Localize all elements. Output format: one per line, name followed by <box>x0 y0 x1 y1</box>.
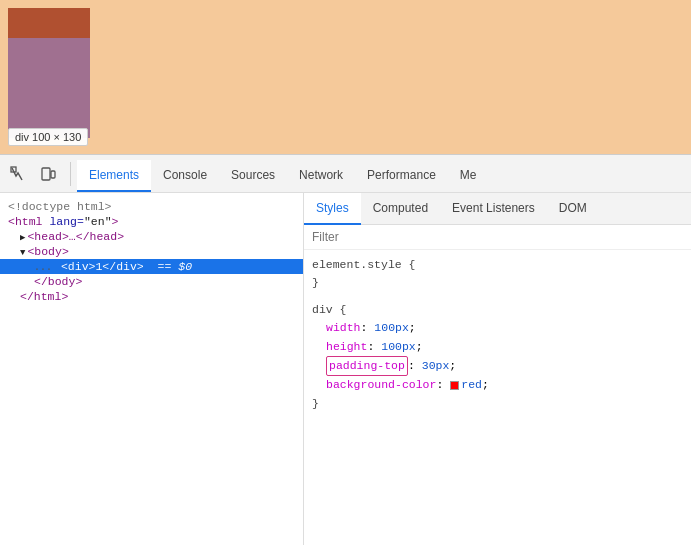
inspect-icon[interactable] <box>4 160 32 188</box>
element-preview-inner <box>8 8 90 38</box>
styles-tab-styles[interactable]: Styles <box>304 193 361 225</box>
styles-tab-computed[interactable]: Computed <box>361 193 440 225</box>
devtools-toolbar: Elements Console Sources Network Perform… <box>0 155 691 193</box>
devtools-tab-bar: Elements Console Sources Network Perform… <box>77 155 488 192</box>
dom-panel[interactable]: <!doctype html> <html lang="en"> ▶<head>… <box>0 193 304 545</box>
styles-tabs: Styles Computed Event Listeners DOM <box>304 193 691 225</box>
dom-line-body-close: </body> <box>0 274 303 289</box>
device-icon[interactable] <box>34 160 62 188</box>
rule-selector-div: div { <box>312 301 683 319</box>
rule-element-style: element.style { } <box>312 256 683 293</box>
dom-line-head[interactable]: ▶<head>…</head> <box>0 229 303 244</box>
styles-panel: Styles Computed Event Listeners DOM elem… <box>304 193 691 545</box>
prop-background-color: background-color: red; <box>312 376 683 394</box>
tab-sources[interactable]: Sources <box>219 160 287 192</box>
tab-console[interactable]: Console <box>151 160 219 192</box>
tab-performance[interactable]: Performance <box>355 160 448 192</box>
main-layout: <!doctype html> <html lang="en"> ▶<head>… <box>0 193 691 545</box>
rule-div: div { width: 100px; height: 100px; paddi… <box>312 301 683 413</box>
color-swatch-red <box>450 381 459 390</box>
styles-tab-dom[interactable]: DOM <box>547 193 599 225</box>
dom-line-html-close: </html> <box>0 289 303 304</box>
preview-area: div 100 × 130 <box>0 0 691 155</box>
rule-close-element: } <box>312 274 683 292</box>
prop-padding-top: padding-top: 30px; <box>312 356 683 376</box>
dom-line-html: <html lang="en"> <box>0 214 303 229</box>
tab-more[interactable]: Me <box>448 160 489 192</box>
dom-line-doctype: <!doctype html> <box>0 199 303 214</box>
tab-network[interactable]: Network <box>287 160 355 192</box>
rule-close-div: } <box>312 395 683 413</box>
filter-input[interactable] <box>312 230 683 244</box>
svg-rect-1 <box>42 168 50 180</box>
size-label: div 100 × 130 <box>15 131 81 143</box>
filter-bar <box>304 225 691 250</box>
tab-elements[interactable]: Elements <box>77 160 151 192</box>
rule-selector-element: element.style { <box>312 256 683 274</box>
styles-tab-event-listeners[interactable]: Event Listeners <box>440 193 547 225</box>
prop-width: width: 100px; <box>312 319 683 337</box>
element-preview-outer <box>8 8 90 138</box>
prop-height: height: 100px; <box>312 338 683 356</box>
dom-line-div-selected[interactable]: ... <div>1</div> == $0 <box>0 259 303 274</box>
styles-content: element.style { } div { width: 100px; he… <box>304 250 691 427</box>
dom-line-body-open[interactable]: ▼<body> <box>0 244 303 259</box>
size-tooltip: div 100 × 130 <box>8 128 88 146</box>
toolbar-separator <box>70 162 71 186</box>
svg-rect-2 <box>51 171 55 178</box>
